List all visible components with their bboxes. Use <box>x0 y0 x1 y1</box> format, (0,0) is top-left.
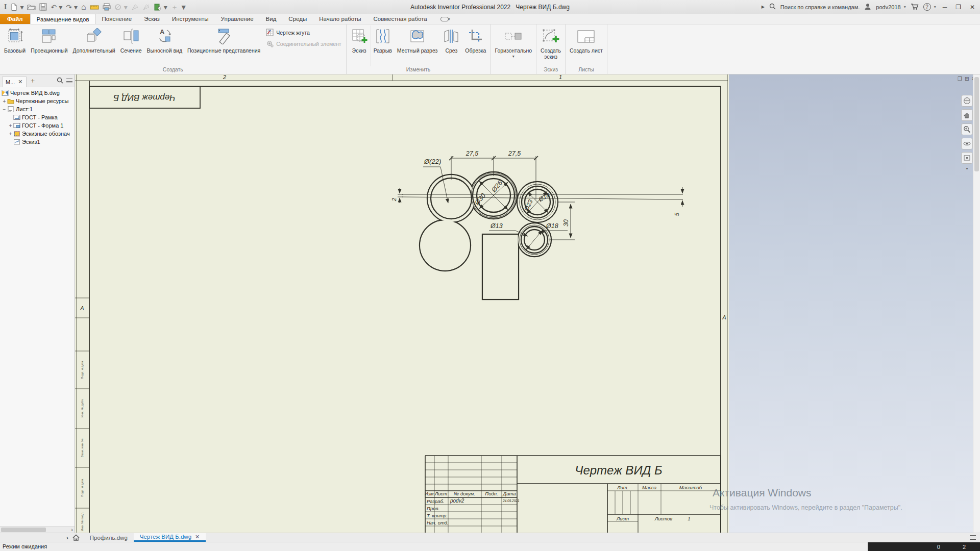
browser-menu-icon[interactable] <box>66 79 72 83</box>
new-file-icon[interactable] <box>10 3 18 11</box>
group-label-sketch[interactable]: Эскиз <box>538 66 564 74</box>
tab-sketch[interactable]: Эскиз <box>138 14 166 24</box>
new-file-caret-icon[interactable]: ▾ <box>20 4 23 11</box>
tab-get-started[interactable]: Начало работы <box>313 14 367 24</box>
break-button[interactable]: Разрыв <box>371 26 395 66</box>
zoom-icon[interactable] <box>961 123 973 135</box>
sketch-overlay-button[interactable]: Эскиз <box>348 26 371 66</box>
canvas-restore-icon[interactable]: ❐ <box>958 76 962 82</box>
break-out-button[interactable]: Местный разрез <box>395 26 440 66</box>
print-icon[interactable] <box>103 3 111 11</box>
browser-search-icon[interactable] <box>57 77 63 85</box>
projected-view-button[interactable]: Проекционный <box>28 26 70 66</box>
browser-tab-model[interactable]: М...✕ <box>2 77 27 87</box>
tab-file[interactable]: Файл <box>0 14 30 24</box>
ribbon-display-toggle[interactable]: ▾ <box>440 14 450 24</box>
zone-number-2: 2 <box>223 74 226 80</box>
browser-tab-close-icon[interactable]: ✕ <box>18 79 22 85</box>
part-outline <box>420 172 558 299</box>
tree-expander-icon[interactable]: + <box>8 123 13 129</box>
tab-place-views[interactable]: Размещение видов <box>30 14 96 24</box>
redo-caret-icon[interactable]: ▾ <box>74 4 78 11</box>
new-sheet-button[interactable]: Создать лист <box>567 26 605 66</box>
user-avatar-icon[interactable] <box>864 3 871 11</box>
doc-tab-profile[interactable]: Профиль.dwg <box>84 533 134 542</box>
look-at-icon[interactable] <box>961 152 973 164</box>
scrollbar-right-arrow-icon[interactable]: › <box>71 527 75 533</box>
navigation-wheel-icon[interactable] <box>961 95 973 107</box>
user-name[interactable]: podv2018 <box>876 4 900 10</box>
tab-manage[interactable]: Управление <box>215 14 260 24</box>
document-title: Чертеж ВИД Б.dwg <box>516 4 570 11</box>
base-view-button[interactable]: Базовый <box>2 26 28 66</box>
help-icon[interactable]: ? <box>923 3 931 11</box>
group-label-modify[interactable]: Изменить <box>348 66 489 74</box>
open-icon[interactable] <box>27 3 36 11</box>
drawing-canvas[interactable]: 2 1 A А Чертеж ВИД Б Инв. № подл. Подп. … <box>75 74 980 533</box>
canvas-tile-icon[interactable]: ⊞ <box>965 76 969 82</box>
pan-hand-icon[interactable] <box>961 109 973 121</box>
doc-tab-close-icon[interactable]: ✕ <box>195 534 200 540</box>
vscroll-thumb[interactable] <box>974 77 979 171</box>
scrollbar-thumb[interactable] <box>1 528 46 532</box>
collapse-arrow-icon[interactable]: ▶ <box>762 5 765 9</box>
tree-item-sketch1[interactable]: Эскиз1 <box>0 138 75 146</box>
group-label-create[interactable]: Создать <box>2 66 345 74</box>
maximize-button[interactable]: ❐ <box>953 4 963 11</box>
minimize-button[interactable]: ─ <box>941 4 949 11</box>
material-icon[interactable] <box>154 3 162 11</box>
close-button[interactable]: ✕ <box>968 4 977 11</box>
tree-expander-icon[interactable]: − <box>2 107 7 112</box>
home-tab-icon[interactable] <box>68 533 84 542</box>
draft-views-button[interactable]: Позиционные представления <box>185 26 263 66</box>
measure-icon[interactable] <box>90 4 99 10</box>
help-caret-icon[interactable]: ▾ <box>934 5 936 9</box>
tree-expander-icon[interactable]: + <box>2 98 7 104</box>
tree-item-gost-form[interactable]: + ГОСТ - Форма 1 <box>0 121 75 130</box>
tree-expander-icon[interactable]: + <box>8 131 13 137</box>
tab-tools[interactable]: Инструменты <box>166 14 215 24</box>
crop-button[interactable]: Обрезка <box>462 26 488 66</box>
browser-horizontal-scrollbar[interactable]: › <box>0 526 75 533</box>
material-caret-icon[interactable]: ▾ <box>164 4 167 11</box>
help-search-input[interactable]: Поиск по справке и командам. <box>780 4 860 10</box>
save-icon[interactable] <box>39 3 47 11</box>
horizontal-align-button[interactable]: Горизонтально ▾ <box>492 26 534 66</box>
slice-button[interactable]: Срез <box>440 26 462 66</box>
doc-tab-chertezh[interactable]: Чертеж ВИД Б.dwg✕ <box>134 533 206 542</box>
undo-caret-icon[interactable]: ▾ <box>59 4 62 11</box>
auxiliary-view-button[interactable]: Дополнительный <box>70 26 118 66</box>
tree-item-gost-frame[interactable]: ГОСТ - Рамка <box>0 113 75 121</box>
browser-add-tab-icon[interactable]: ＋ <box>30 76 36 85</box>
group-label-sheets[interactable]: Листы <box>567 66 605 74</box>
home-icon[interactable]: ⌂ <box>81 3 86 11</box>
tab-view[interactable]: Вид <box>260 14 283 24</box>
create-sketch-button[interactable]: Создать эскиз <box>538 26 564 66</box>
user-caret-icon[interactable]: ▾ <box>904 5 906 9</box>
projected-view-label: Проекционный <box>31 47 67 54</box>
doctabs-menu-icon[interactable] <box>970 533 980 542</box>
tree-item-sketch-symbols[interactable]: + Эскизные обознач <box>0 130 75 138</box>
dim-d18b: Ø18 <box>546 222 558 230</box>
harness-drawing-button[interactable]: Чертеж жгута <box>266 29 341 36</box>
tab-collaborate[interactable]: Совместная работа <box>368 14 433 24</box>
canvas-vertical-scrollbar[interactable] <box>973 74 980 533</box>
qat-customize-icon[interactable]: ▼ <box>180 4 187 11</box>
tree-item-sheet1[interactable]: − Лист:1 <box>0 105 75 113</box>
cart-icon[interactable] <box>911 3 919 11</box>
tab-annotate[interactable]: Пояснение <box>96 14 138 24</box>
tree-item-root[interactable]: Чертеж ВИД Б.dwg <box>0 89 75 97</box>
tree-item-resources[interactable]: + Чертежные ресурсы <box>0 97 75 105</box>
tb-listov-val: 1 <box>688 516 690 521</box>
navbar-caret-icon[interactable]: ▾ <box>966 166 968 171</box>
redo-icon[interactable]: ↷ <box>66 4 72 11</box>
search-icon[interactable] <box>769 3 776 11</box>
tab-environments[interactable]: Среды <box>282 14 313 24</box>
detail-view-button[interactable]: A Выносной вид <box>144 26 185 66</box>
orbit-icon[interactable] <box>961 138 973 149</box>
undo-icon[interactable]: ↶ <box>51 4 57 11</box>
tree-item-label: Эскиз1 <box>21 139 40 145</box>
tb-lit: Лит. <box>617 485 628 490</box>
section-view-button[interactable]: Сечение <box>118 26 144 66</box>
drawing-sheet[interactable]: 2 1 A А Чертеж ВИД Б Инв. № подл. Подп. … <box>75 74 980 533</box>
